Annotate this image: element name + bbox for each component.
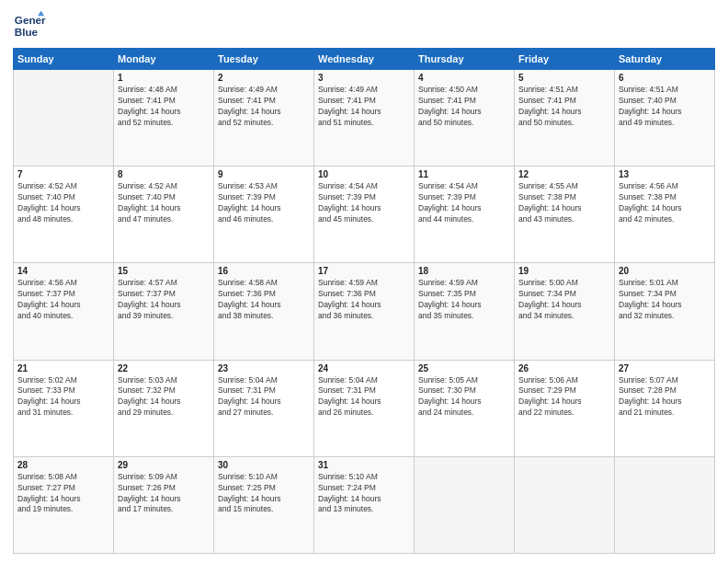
cell-content: Sunrise: 4:51 AMSunset: 7:41 PMDaylight:…	[518, 85, 610, 129]
day-number: 16	[218, 266, 310, 276]
cell-content: Sunrise: 5:01 AMSunset: 7:34 PMDaylight:…	[619, 278, 711, 322]
day-number: 21	[17, 363, 109, 373]
calendar-cell: 30Sunrise: 5:10 AMSunset: 7:25 PMDayligh…	[214, 456, 314, 553]
cell-content: Sunrise: 5:00 AMSunset: 7:34 PMDaylight:…	[518, 278, 610, 322]
calendar-header-row: SundayMondayTuesdayWednesdayThursdayFrid…	[14, 49, 715, 70]
day-number: 18	[418, 266, 510, 276]
day-number: 10	[318, 169, 410, 179]
cell-content: Sunrise: 4:56 AMSunset: 7:37 PMDaylight:…	[17, 278, 109, 322]
cell-content: Sunrise: 4:57 AMSunset: 7:37 PMDaylight:…	[118, 278, 210, 322]
calendar-cell: 7Sunrise: 4:52 AMSunset: 7:40 PMDaylight…	[14, 167, 114, 263]
day-number: 26	[518, 363, 610, 373]
calendar-cell: 23Sunrise: 5:04 AMSunset: 7:31 PMDayligh…	[214, 360, 314, 456]
calendar-day-header: Friday	[515, 49, 615, 70]
calendar-cell: 5Sunrise: 4:51 AMSunset: 7:41 PMDaylight…	[515, 70, 615, 167]
day-number: 7	[17, 169, 109, 179]
cell-content: Sunrise: 4:48 AMSunset: 7:41 PMDaylight:…	[118, 85, 210, 129]
cell-content: Sunrise: 5:07 AMSunset: 7:28 PMDaylight:…	[619, 375, 711, 419]
calendar-day-header: Sunday	[14, 49, 114, 70]
day-number: 14	[17, 266, 109, 276]
calendar-cell: 27Sunrise: 5:07 AMSunset: 7:28 PMDayligh…	[615, 360, 715, 456]
day-number: 29	[118, 460, 210, 470]
day-number: 1	[118, 73, 210, 83]
calendar-cell: 17Sunrise: 4:59 AMSunset: 7:36 PMDayligh…	[314, 263, 415, 360]
calendar-cell: 8Sunrise: 4:52 AMSunset: 7:40 PMDaylight…	[114, 167, 214, 263]
logo-icon: General Blue	[13, 9, 46, 42]
day-number: 27	[619, 363, 711, 373]
cell-content: Sunrise: 4:59 AMSunset: 7:35 PMDaylight:…	[418, 278, 510, 322]
day-number: 13	[619, 169, 711, 179]
cell-content: Sunrise: 4:53 AMSunset: 7:39 PMDaylight:…	[218, 181, 310, 225]
calendar-day-header: Tuesday	[214, 49, 314, 70]
cell-content: Sunrise: 4:59 AMSunset: 7:36 PMDaylight:…	[318, 278, 410, 322]
calendar-week-row: 28Sunrise: 5:08 AMSunset: 7:27 PMDayligh…	[14, 456, 715, 553]
calendar-day-header: Monday	[114, 49, 214, 70]
calendar-cell: 15Sunrise: 4:57 AMSunset: 7:37 PMDayligh…	[114, 263, 214, 360]
logo: General Blue	[13, 9, 46, 42]
cell-content: Sunrise: 4:56 AMSunset: 7:38 PMDaylight:…	[619, 181, 711, 225]
day-number: 19	[518, 266, 610, 276]
calendar-cell: 31Sunrise: 5:10 AMSunset: 7:24 PMDayligh…	[314, 456, 415, 553]
day-number: 4	[418, 73, 510, 83]
calendar-day-header: Saturday	[615, 49, 715, 70]
day-number: 2	[218, 73, 310, 83]
cell-content: Sunrise: 5:10 AMSunset: 7:24 PMDaylight:…	[318, 472, 410, 516]
calendar-cell: 29Sunrise: 5:09 AMSunset: 7:26 PMDayligh…	[114, 456, 214, 553]
cell-content: Sunrise: 4:55 AMSunset: 7:38 PMDaylight:…	[518, 181, 610, 225]
calendar-cell	[615, 456, 715, 553]
calendar-cell: 16Sunrise: 4:58 AMSunset: 7:36 PMDayligh…	[214, 263, 314, 360]
cell-content: Sunrise: 4:49 AMSunset: 7:41 PMDaylight:…	[318, 85, 410, 129]
cell-content: Sunrise: 5:05 AMSunset: 7:30 PMDaylight:…	[418, 375, 510, 419]
calendar-cell: 1Sunrise: 4:48 AMSunset: 7:41 PMDaylight…	[114, 70, 214, 167]
calendar-cell: 24Sunrise: 5:04 AMSunset: 7:31 PMDayligh…	[314, 360, 415, 456]
calendar-cell: 28Sunrise: 5:08 AMSunset: 7:27 PMDayligh…	[14, 456, 114, 553]
day-number: 12	[518, 169, 610, 179]
calendar-cell: 9Sunrise: 4:53 AMSunset: 7:39 PMDaylight…	[214, 167, 314, 263]
day-number: 28	[17, 460, 109, 470]
cell-content: Sunrise: 5:09 AMSunset: 7:26 PMDaylight:…	[118, 472, 210, 516]
day-number: 3	[318, 73, 410, 83]
calendar-cell: 12Sunrise: 4:55 AMSunset: 7:38 PMDayligh…	[515, 167, 615, 263]
calendar-cell: 22Sunrise: 5:03 AMSunset: 7:32 PMDayligh…	[114, 360, 214, 456]
calendar-week-row: 1Sunrise: 4:48 AMSunset: 7:41 PMDaylight…	[14, 70, 715, 167]
calendar-cell: 14Sunrise: 4:56 AMSunset: 7:37 PMDayligh…	[14, 263, 114, 360]
day-number: 9	[218, 169, 310, 179]
cell-content: Sunrise: 5:03 AMSunset: 7:32 PMDaylight:…	[118, 375, 210, 419]
calendar-cell: 26Sunrise: 5:06 AMSunset: 7:29 PMDayligh…	[515, 360, 615, 456]
calendar-cell: 11Sunrise: 4:54 AMSunset: 7:39 PMDayligh…	[415, 167, 515, 263]
calendar-cell: 6Sunrise: 4:51 AMSunset: 7:40 PMDaylight…	[615, 70, 715, 167]
day-number: 30	[218, 460, 310, 470]
cell-content: Sunrise: 4:50 AMSunset: 7:41 PMDaylight:…	[418, 85, 510, 129]
day-number: 23	[218, 363, 310, 373]
cell-content: Sunrise: 4:58 AMSunset: 7:36 PMDaylight:…	[218, 278, 310, 322]
cell-content: Sunrise: 4:51 AMSunset: 7:40 PMDaylight:…	[619, 85, 711, 129]
cell-content: Sunrise: 5:04 AMSunset: 7:31 PMDaylight:…	[218, 375, 310, 419]
cell-content: Sunrise: 4:54 AMSunset: 7:39 PMDaylight:…	[318, 181, 410, 225]
cell-content: Sunrise: 5:10 AMSunset: 7:25 PMDaylight:…	[218, 472, 310, 516]
day-number: 25	[418, 363, 510, 373]
calendar-week-row: 7Sunrise: 4:52 AMSunset: 7:40 PMDaylight…	[14, 167, 715, 263]
calendar-cell: 13Sunrise: 4:56 AMSunset: 7:38 PMDayligh…	[615, 167, 715, 263]
cell-content: Sunrise: 4:52 AMSunset: 7:40 PMDaylight:…	[17, 181, 109, 225]
cell-content: Sunrise: 4:49 AMSunset: 7:41 PMDaylight:…	[218, 85, 310, 129]
day-number: 24	[318, 363, 410, 373]
calendar-cell: 20Sunrise: 5:01 AMSunset: 7:34 PMDayligh…	[615, 263, 715, 360]
calendar-cell: 2Sunrise: 4:49 AMSunset: 7:41 PMDaylight…	[214, 70, 314, 167]
cell-content: Sunrise: 4:54 AMSunset: 7:39 PMDaylight:…	[418, 181, 510, 225]
page: General Blue SundayMondayTuesdayWednesda…	[0, 0, 728, 563]
cell-content: Sunrise: 5:06 AMSunset: 7:29 PMDaylight:…	[518, 375, 610, 419]
calendar-day-header: Thursday	[415, 49, 515, 70]
day-number: 20	[619, 266, 711, 276]
cell-content: Sunrise: 5:04 AMSunset: 7:31 PMDaylight:…	[318, 375, 410, 419]
calendar-cell: 3Sunrise: 4:49 AMSunset: 7:41 PMDaylight…	[314, 70, 415, 167]
calendar-cell: 21Sunrise: 5:02 AMSunset: 7:33 PMDayligh…	[14, 360, 114, 456]
day-number: 6	[619, 73, 711, 83]
calendar-week-row: 14Sunrise: 4:56 AMSunset: 7:37 PMDayligh…	[14, 263, 715, 360]
day-number: 17	[318, 266, 410, 276]
header: General Blue	[13, 9, 715, 42]
calendar-cell: 18Sunrise: 4:59 AMSunset: 7:35 PMDayligh…	[415, 263, 515, 360]
calendar-cell	[415, 456, 515, 553]
day-number: 22	[118, 363, 210, 373]
calendar-week-row: 21Sunrise: 5:02 AMSunset: 7:33 PMDayligh…	[14, 360, 715, 456]
calendar-cell: 19Sunrise: 5:00 AMSunset: 7:34 PMDayligh…	[515, 263, 615, 360]
